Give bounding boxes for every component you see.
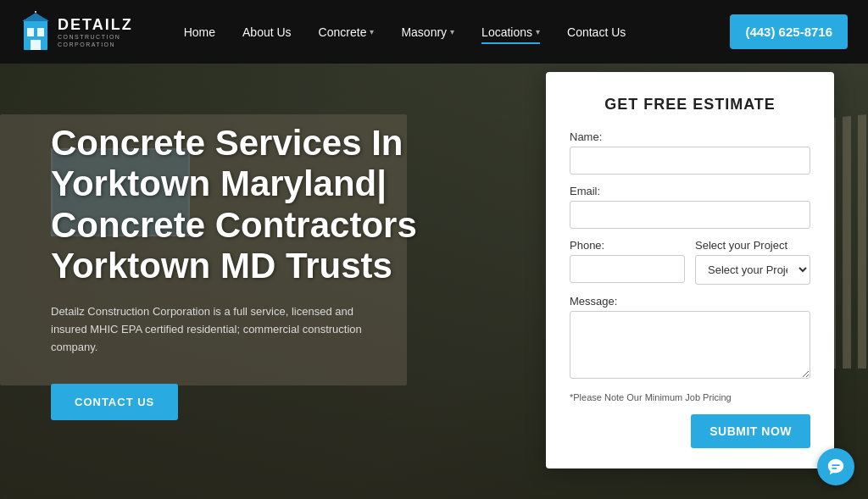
hero-description: Detailz Construction Corporation is a fu…: [51, 303, 364, 356]
nav-masonry[interactable]: Masonry ▾: [401, 25, 454, 39]
phone-button[interactable]: (443) 625-8716: [730, 14, 848, 49]
project-label: Select your Project: [695, 239, 810, 252]
estimate-form-panel: GET FREE ESTIMATE Name: Email: Phone: Se…: [546, 72, 834, 469]
phone-project-row: Phone: Select your Project Select your P…: [570, 239, 810, 285]
svg-marker-4: [22, 13, 49, 21]
nav-locations[interactable]: Locations ▾: [481, 25, 540, 39]
brand-sub1: CONSTRUCTION: [58, 34, 133, 40]
message-label: Message:: [570, 295, 810, 308]
svg-rect-3: [31, 40, 41, 50]
hero-heading: Concrete Services In Yorktown Maryland| …: [51, 123, 449, 286]
project-select[interactable]: Select your Project Concrete Masonry Dri…: [695, 255, 810, 285]
phone-input[interactable]: [570, 255, 685, 283]
message-input[interactable]: [570, 311, 810, 379]
nav-links: Home About Us Concrete ▾ Masonry ▾ Locat…: [184, 25, 731, 39]
navbar: DETAILZ CONSTRUCTION CORPORATION Home Ab…: [0, 0, 868, 64]
phone-label: Phone:: [570, 239, 685, 252]
nav-concrete[interactable]: Concrete ▾: [319, 25, 375, 39]
chevron-down-icon: ▾: [370, 27, 374, 36]
svg-rect-2: [37, 28, 44, 36]
svg-rect-1: [27, 28, 34, 36]
email-label: Email:: [570, 185, 810, 197]
logo[interactable]: DETAILZ CONSTRUCTION CORPORATION: [20, 11, 133, 53]
message-field-group: Message:: [570, 295, 810, 382]
logo-text: DETAILZ CONSTRUCTION CORPORATION: [58, 17, 133, 47]
nav-contact[interactable]: Contact Us: [567, 25, 626, 39]
email-input[interactable]: [570, 201, 810, 229]
nav-home[interactable]: Home: [184, 25, 215, 39]
phone-field-group: Phone:: [570, 239, 685, 285]
chevron-down-icon: ▾: [536, 27, 540, 36]
name-input[interactable]: [570, 147, 810, 175]
nav-about[interactable]: About Us: [242, 25, 292, 39]
name-field-group: Name:: [570, 130, 810, 175]
project-field-group: Select your Project Select your Project …: [695, 239, 810, 285]
contact-us-button[interactable]: CONTACT US: [51, 384, 178, 420]
submit-button[interactable]: SUBMIT NOW: [691, 414, 810, 448]
hero-content: Concrete Services In Yorktown Maryland| …: [0, 64, 483, 454]
chat-icon: [826, 457, 845, 476]
email-field-group: Email:: [570, 185, 810, 229]
name-label: Name:: [570, 130, 810, 143]
chat-button[interactable]: [817, 448, 854, 485]
brand-sub2: CORPORATION: [58, 42, 133, 47]
brand-name: DETAILZ: [58, 17, 133, 32]
logo-icon: [20, 11, 51, 53]
chevron-down-icon: ▾: [450, 27, 454, 36]
form-title: GET FREE ESTIMATE: [570, 96, 810, 114]
hero-section: Concrete Services In Yorktown Maryland| …: [0, 64, 868, 499]
form-note: *Please Note Our Minimum Job Pricing: [570, 392, 810, 402]
